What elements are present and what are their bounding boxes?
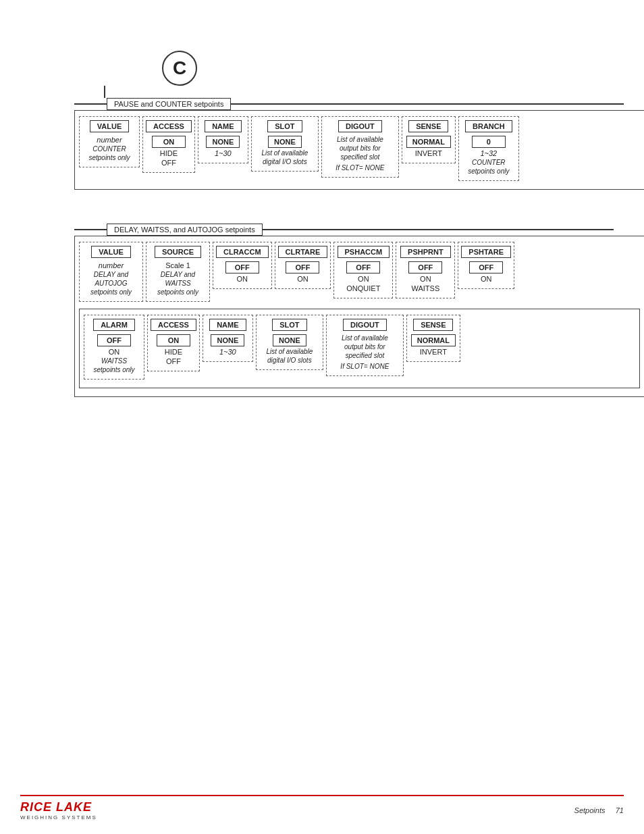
access-opt-hide: HIDE [160, 149, 178, 157]
slot2-header: SLOT [272, 319, 306, 331]
slot-opt-list2: digital I/O slots [263, 158, 307, 165]
clrtare-cell: CLRTARE OFF ON [275, 242, 331, 289]
clrtare-opt-off: OFF [286, 261, 319, 273]
alarm-opt-off: OFF [97, 334, 131, 346]
name2-opt-none: NONE [211, 334, 244, 346]
digout-opt-2: output bits for [340, 145, 381, 152]
sense-opt-normal: NORMAL [406, 136, 451, 148]
value2-opt-number: number [99, 261, 124, 269]
pshaccm-opt-off: OFF [346, 261, 380, 273]
slot-opts: NONE List of available digital I/O slots [261, 136, 308, 165]
digout2-opt-4: If SLOT= NONE [340, 363, 389, 370]
access-opt-on: ON [152, 136, 186, 148]
section2-bottom-cells: ALARM OFF ON WAITSS setpoints only ACCES… [84, 315, 635, 380]
access2-cell: ACCESS ON HIDE OFF [147, 315, 200, 371]
value-opt-setpoints: setpoints only [88, 154, 130, 161]
digout-cell: DIGOUT List of available output bits for… [321, 116, 399, 178]
sense-opt-invert: INVERT [415, 149, 442, 157]
footer-page-label: Setpoints [574, 806, 606, 814]
digout2-opts: List of available output bits for specif… [340, 334, 389, 370]
sense-opts: NORMAL INVERT [406, 136, 451, 157]
pshtare-opt-on: ON [481, 275, 492, 283]
digout-opt-4: If SLOT= NONE [336, 164, 384, 172]
alarm-header: ALARM [93, 319, 135, 331]
name-header: NAME [205, 120, 241, 132]
slot-opt-list1: List of available [261, 149, 308, 157]
pshprnt-opt-waitss: WAITSS [411, 284, 439, 292]
pshtare-opts: OFF ON [469, 261, 503, 283]
value2-opt-2: AUTOJOG [95, 280, 127, 287]
footer-page-number: 71 [616, 806, 624, 814]
sense-cell: SENSE NORMAL INVERT [402, 116, 456, 163]
digout-opt-1: List of available [337, 136, 383, 143]
branch-opts: 0 1~32 COUNTER setpoints only [468, 136, 509, 175]
pshtare-header: PSHTARE [461, 246, 511, 258]
source-opt-1: DELAY and [161, 271, 195, 278]
pshaccm-opts: OFF ON ONQUIET [346, 261, 380, 292]
value-opts: number COUNTER setpoints only [88, 136, 130, 161]
branch-cell: BRANCH 0 1~32 COUNTER setpoints only [458, 116, 519, 181]
name2-header: NAME [209, 319, 246, 331]
clrtare-header: CLRTARE [278, 246, 328, 258]
source-opt-scale: Scale 1 [165, 261, 190, 269]
sense2-cell: SENSE NORMAL INVERT [406, 315, 460, 362]
sense2-header: SENSE [413, 319, 453, 331]
name-opt-range: 1~30 [215, 149, 232, 157]
pshaccm-cell: PSHACCM OFF ON ONQUIET [333, 242, 393, 298]
digout2-opt-3: specified slot [345, 352, 384, 359]
slot2-opt-list2: digital I/O slots [267, 357, 312, 364]
access-cell: ACCESS ON HIDE OFF [142, 116, 195, 173]
pshaccm-header: PSHACCM [338, 246, 390, 258]
slot2-opts: NONE List of available digital I/O slots [266, 334, 313, 364]
clraccm-cell: CLRACCM OFF ON [213, 242, 272, 289]
pshprnt-cell: PSHPRNT OFF ON WAITSS [396, 242, 455, 298]
clraccm-opts: OFF ON [225, 261, 259, 283]
access-opts: ON HIDE OFF [152, 136, 186, 167]
name-cell: NAME NONE 1~30 [198, 116, 248, 163]
clrtare-opt-on: ON [297, 275, 308, 283]
digout2-opt-1: List of available [342, 334, 388, 342]
slot-cell: SLOT NONE List of available digital I/O … [251, 116, 319, 172]
name2-opts: NONE 1~30 [211, 334, 244, 356]
footer-right: Setpoints 71 [574, 806, 624, 814]
logo-main: RICE LAKE [20, 800, 92, 814]
value-opt-counter: COUNTER [92, 145, 126, 153]
section1-label: PAUSE and COUNTER setpoints [107, 98, 231, 110]
alarm-opt-only: setpoints only [93, 366, 134, 373]
section1-outer-box: VALUE number COUNTER setpoints only ACCE… [74, 110, 644, 190]
digout2-header: DIGOUT [343, 319, 387, 331]
slot2-cell: SLOT NONE List of available digital I/O … [256, 315, 323, 370]
access2-opts: ON HIDE OFF [157, 334, 190, 365]
value-header: VALUE [90, 120, 129, 132]
pshprnt-opts: OFF ON WAITSS [408, 261, 442, 292]
clraccm-header: CLRACCM [216, 246, 269, 258]
sense-header: SENSE [408, 120, 448, 132]
footer: RICE LAKE WEIGHING SYSTEMS Setpoints 71 [0, 795, 644, 820]
source-opt-2: WAITSS [165, 280, 190, 287]
section1-cells-row: VALUE number COUNTER setpoints only ACCE… [79, 116, 640, 181]
pshtare-opt-off: OFF [469, 261, 503, 273]
clraccm-opt-on: ON [237, 275, 248, 283]
logo-sub: WEIGHING SYSTEMS [20, 814, 97, 820]
section2-top-cells: VALUE number DELAY and AUTOJOG setpoints… [79, 242, 640, 302]
source-opt-3: setpoints only [157, 288, 198, 296]
access-header: ACCESS [146, 120, 192, 132]
branch-opt-0: 0 [472, 136, 506, 148]
digout2-cell: DIGOUT List of available output bits for… [326, 315, 404, 376]
c-connector-circle: C [162, 51, 197, 86]
sense2-opts: NORMAL INVERT [411, 334, 456, 356]
value2-cell: VALUE number DELAY and AUTOJOG setpoints… [79, 242, 143, 302]
pshaccm-opt-on: ON [358, 275, 369, 283]
alarm-opt-waitss: WAITSS [101, 357, 127, 365]
pshprnt-header: PSHPRNT [400, 246, 451, 258]
source-cell: SOURCE Scale 1 DELAY and WAITSS setpoint… [146, 242, 210, 302]
digout-header: DIGOUT [338, 120, 382, 132]
access2-opt-off: OFF [166, 357, 181, 365]
alarm-cell: ALARM OFF ON WAITSS setpoints only [84, 315, 144, 380]
clrtare-opts: OFF ON [286, 261, 319, 283]
slot2-opt-none: NONE [273, 334, 306, 346]
c-label: C [173, 57, 186, 79]
branch-opt-range: 1~32 [480, 149, 497, 157]
access-opt-off: OFF [161, 159, 176, 167]
clraccm-opt-off: OFF [225, 261, 259, 273]
